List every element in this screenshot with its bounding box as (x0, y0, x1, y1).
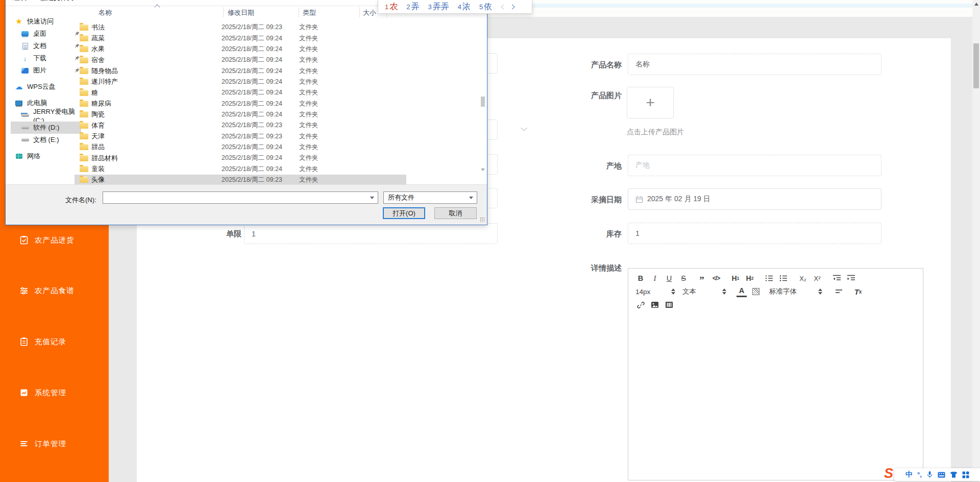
richtext-content[interactable] (628, 310, 923, 480)
file-row[interactable]: 遂川特产 2025/2/18/周二 09:24 文件夹 (75, 77, 485, 87)
format-select[interactable]: 文本 (682, 287, 726, 296)
ime-candidate[interactable]: 5 依 (479, 2, 492, 12)
file-row[interactable]: 书法 2025/2/18/周二 09:23 文件夹 (75, 22, 485, 33)
file-row[interactable]: 天津 2025/2/18/周二 09:23 文件夹 (75, 131, 485, 141)
column-header-type[interactable]: 类型 (303, 8, 316, 17)
nav-item[interactable]: 文档 (E:) (11, 134, 81, 146)
file-type: 文件夹 (299, 143, 318, 152)
nav-item[interactable]: JERRY爱电脑 (C:) (11, 109, 81, 122)
ordered-list-button[interactable] (764, 273, 774, 284)
nav-item[interactable]: 文档 (11, 40, 81, 52)
nav-item[interactable]: 桌面 (11, 28, 81, 40)
file-row[interactable]: 蔬菜 2025/2/18/周二 09:24 文件夹 (75, 33, 485, 43)
toolbox-icon[interactable] (962, 471, 969, 478)
file-row[interactable]: 随身物品 2025/2/18/周二 09:24 文件夹 (75, 65, 485, 76)
combo-arrow-icon[interactable] (370, 197, 374, 199)
video-button[interactable] (664, 299, 674, 310)
open-button[interactable]: 打开(O) (383, 207, 425, 219)
file-row[interactable]: 糖 2025/2/18/周二 09:24 文件夹 (75, 87, 485, 98)
scrollbar-thumb[interactable] (973, 43, 979, 88)
candidate-text: 弄弄 (433, 2, 449, 12)
organize-button[interactable]: 组织 (13, 0, 26, 3)
file-row[interactable]: 糖尿病 2025/2/18/周二 09:24 文件夹 (75, 98, 485, 109)
sogou-logo[interactable]: S (884, 466, 893, 481)
ime-mode-chinese[interactable]: 中 (905, 470, 913, 479)
microphone-icon[interactable] (926, 471, 933, 478)
file-type: 文件夹 (299, 67, 318, 76)
ime-candidate[interactable]: 4 浓 (458, 2, 471, 12)
nav-item[interactable]: ↓ 下载 (11, 52, 81, 64)
superscript-button[interactable]: X² (812, 273, 822, 284)
blockquote-button[interactable]: ” (697, 273, 707, 284)
sidebar-item-label: 订单管理 (35, 439, 66, 449)
h2-button[interactable]: H2 (745, 273, 755, 284)
font-family-select[interactable]: 标准字体 (769, 287, 822, 296)
nav-item-label: 文档 (33, 41, 46, 51)
text-color-button[interactable]: A (737, 286, 747, 297)
highlight-button[interactable] (751, 286, 761, 297)
bullet-list-button[interactable] (778, 273, 789, 284)
indent-button[interactable] (846, 273, 856, 284)
sidebar-item-recipes[interactable]: 农产品食谱 (0, 284, 109, 297)
nav-item[interactable]: 图片 (11, 64, 81, 77)
filetype-select[interactable]: 所有文件 (383, 191, 477, 204)
file-row[interactable]: 水果 2025/2/18/周二 09:24 文件夹 (75, 44, 485, 55)
scroll-down-icon[interactable] (481, 168, 485, 171)
skin-icon[interactable] (950, 471, 958, 478)
column-divider[interactable] (223, 7, 224, 17)
image-upload-box[interactable]: + (627, 87, 674, 118)
nav-item[interactable]: ★ 快速访问 (11, 15, 81, 28)
code-button[interactable]: </> (711, 273, 721, 284)
sidebar-item-orders[interactable]: 订单管理 (0, 437, 109, 450)
filename-input[interactable] (103, 191, 378, 204)
ime-candidate[interactable]: 3 弄弄 (428, 2, 449, 12)
nav-item[interactable]: 软件 (D:) (11, 122, 81, 134)
unit-limit-input[interactable]: 1 (244, 223, 498, 244)
strike-button[interactable]: S (678, 273, 689, 284)
prev-page-icon[interactable] (501, 4, 506, 9)
clear-format-button[interactable]: Tx (853, 286, 863, 297)
sidebar-item-system[interactable]: 系统管理 (0, 386, 109, 399)
subscript-button[interactable]: X₂ (798, 273, 808, 284)
nav-item[interactable]: ☁ WPS云盘 (11, 81, 81, 93)
column-header-date[interactable]: 修改日期 (228, 8, 254, 17)
align-button[interactable] (834, 286, 844, 297)
product-name-input[interactable]: 名称 (628, 54, 881, 75)
image-button[interactable] (650, 299, 660, 310)
file-row[interactable]: 头像 2025/2/18/周二 09:23 文件夹 (75, 175, 406, 185)
sidebar-item-recharge[interactable]: 充值记录 (0, 335, 109, 348)
file-row[interactable]: 童装 2025/2/18/周二 09:24 文件夹 (75, 163, 485, 174)
next-page-icon[interactable] (510, 4, 515, 9)
h1-button[interactable]: H1 (730, 273, 741, 284)
underline-button[interactable]: U (664, 273, 674, 284)
file-row[interactable]: 甜品材料 2025/2/18/周二 09:24 文件夹 (75, 153, 485, 163)
origin-input[interactable]: 产地 (628, 155, 881, 176)
column-divider[interactable] (299, 7, 299, 17)
outdent-button[interactable] (831, 273, 842, 284)
column-divider[interactable] (359, 7, 360, 17)
column-header-size[interactable]: 大小 (363, 8, 376, 17)
italic-button[interactable]: I (650, 273, 660, 284)
stock-input[interactable]: 1 (628, 223, 881, 244)
ime-candidate[interactable]: 1 农 (385, 2, 398, 12)
sidebar-item-purchase[interactable]: 农产品进货 (0, 233, 109, 247)
file-row[interactable]: 体育 2025/2/18/周二 09:23 文件夹 (75, 120, 485, 131)
file-row[interactable]: 宿舍 2025/2/18/周二 09:24 文件夹 (75, 55, 485, 65)
bold-button[interactable]: B (635, 273, 646, 284)
harvest-date-label: 采摘日期 (560, 195, 622, 205)
scroll-up-icon[interactable] (974, 3, 978, 6)
font-size-select[interactable]: 14px (635, 288, 675, 296)
harvest-date-input[interactable]: 2025 年 02 月 19 日 (628, 188, 881, 210)
link-button[interactable] (635, 299, 646, 310)
file-row[interactable]: 陶瓷 2025/2/18/周二 09:24 文件夹 (75, 109, 485, 120)
ime-candidate[interactable]: 2 弄 (406, 2, 419, 12)
cancel-button[interactable]: 取消 (434, 207, 477, 219)
new-folder-button[interactable]: 新建文件夹 (40, 0, 74, 3)
file-row[interactable]: 甜品 2025/2/18/周二 09:24 文件夹 (75, 142, 485, 153)
keyboard-icon[interactable] (938, 472, 945, 478)
column-header-name[interactable]: 名称 (99, 8, 112, 17)
resize-grip[interactable] (480, 217, 485, 222)
scrollbar-thumb[interactable] (481, 97, 485, 107)
nav-item[interactable]: 网络 (11, 150, 81, 162)
punctuation-icon[interactable]: °, (917, 471, 922, 478)
